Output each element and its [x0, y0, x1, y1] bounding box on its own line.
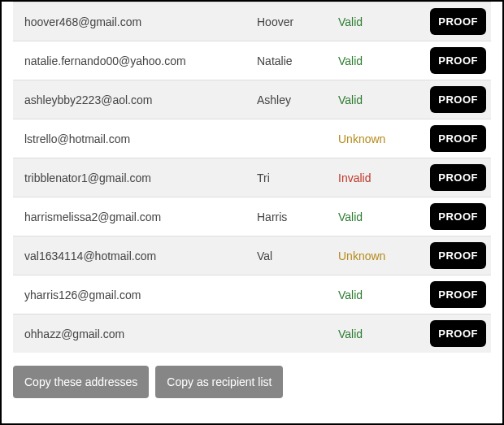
table-row: natalie.fernando00@yahoo.comNatalieValid… [13, 41, 491, 80]
action-cell: PROOF [407, 164, 491, 191]
email-table: hoover468@gmail.comHooverValidPROOFnatal… [13, 2, 491, 353]
footer-actions: Copy these addresses Copy as recipient l… [13, 366, 491, 398]
name-cell: Hoover [257, 15, 338, 28]
status-cell: Valid [338, 210, 407, 223]
status-cell: Valid [338, 15, 407, 28]
action-cell: PROOF [407, 281, 491, 308]
action-cell: PROOF [407, 8, 491, 35]
proof-button[interactable]: PROOF [430, 203, 486, 230]
table-row: yharris126@gmail.comValidPROOF [13, 275, 491, 314]
proof-button[interactable]: PROOF [430, 125, 486, 152]
email-cell: natalie.fernando00@yahoo.com [13, 54, 257, 67]
status-cell: Valid [338, 327, 407, 340]
action-cell: PROOF [407, 125, 491, 152]
table-row: val1634114@hotmail.comValUnknownPROOF [13, 236, 491, 275]
email-cell: val1634114@hotmail.com [13, 249, 257, 262]
table-row: harrismelissa2@gmail.comHarrisValidPROOF [13, 197, 491, 236]
table-row: lstrello@hotmail.comUnknownPROOF [13, 119, 491, 158]
email-cell: tribblenator1@gmail.com [13, 171, 257, 184]
status-cell: Unknown [338, 249, 407, 262]
copy-addresses-button[interactable]: Copy these addresses [13, 366, 149, 398]
status-cell: Valid [338, 93, 407, 106]
status-cell: Valid [338, 288, 407, 301]
action-cell: PROOF [407, 242, 491, 269]
action-cell: PROOF [407, 320, 491, 347]
email-cell: yharris126@gmail.com [13, 288, 257, 301]
status-cell: Invalid [338, 171, 407, 184]
name-cell: Tri [257, 171, 338, 184]
name-cell: Val [257, 249, 338, 262]
proof-button[interactable]: PROOF [430, 164, 486, 191]
proof-button[interactable]: PROOF [430, 281, 486, 308]
action-cell: PROOF [407, 47, 491, 74]
email-cell: harrismelissa2@gmail.com [13, 210, 257, 223]
name-cell: Ashley [257, 93, 338, 106]
action-cell: PROOF [407, 203, 491, 230]
copy-recipients-button[interactable]: Copy as recipient list [155, 366, 283, 398]
proof-button[interactable]: PROOF [430, 86, 486, 113]
proof-button[interactable]: PROOF [430, 320, 486, 347]
name-cell: Natalie [257, 54, 338, 67]
table-row: ashleybby2223@aol.comAshleyValidPROOF [13, 80, 491, 119]
status-cell: Unknown [338, 132, 407, 145]
email-cell: ashleybby2223@aol.com [13, 93, 257, 106]
table-row: hoover468@gmail.comHooverValidPROOF [13, 2, 491, 41]
email-cell: ohhazz@gmail.com [13, 327, 257, 340]
action-cell: PROOF [407, 86, 491, 113]
status-cell: Valid [338, 54, 407, 67]
table-row: ohhazz@gmail.comValidPROOF [13, 314, 491, 353]
name-cell: Harris [257, 210, 338, 223]
proof-button[interactable]: PROOF [430, 47, 486, 74]
table-row: tribblenator1@gmail.comTriInvalidPROOF [13, 158, 491, 197]
email-cell: lstrello@hotmail.com [13, 132, 257, 145]
proof-button[interactable]: PROOF [430, 8, 486, 35]
email-cell: hoover468@gmail.com [13, 15, 257, 28]
proof-button[interactable]: PROOF [430, 242, 486, 269]
